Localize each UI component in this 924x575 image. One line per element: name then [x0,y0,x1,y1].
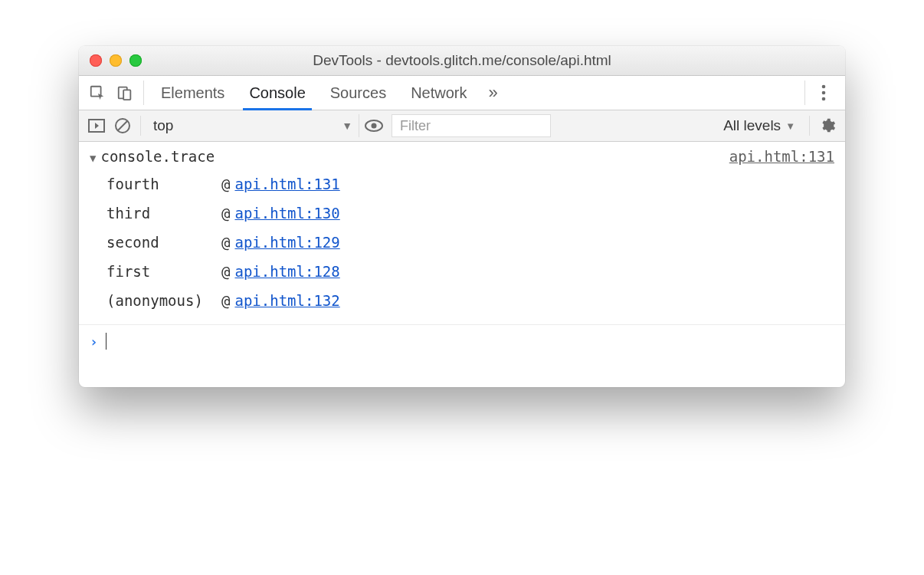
chevron-double-right-icon: » [488,83,497,103]
execution-context-select[interactable]: top ▼ [147,114,359,137]
tab-label: Elements [161,84,224,102]
devtools-tabstrip: Elements Console Sources Network » [79,76,845,110]
log-header[interactable]: ▼ console.trace api.html:131 [90,148,834,165]
divider [804,80,805,105]
stack-frame: second @ api.html:129 [106,228,834,257]
stack-fn-name: second [106,228,221,257]
svg-point-4 [822,91,826,95]
stack-source-link[interactable]: api.html:132 [234,286,339,315]
log-levels-select[interactable]: All levels ▼ [716,117,803,134]
stack-source-link[interactable]: api.html:130 [234,199,339,228]
minimize-window-button[interactable] [110,54,122,67]
text-cursor [106,333,106,350]
tab-network[interactable]: Network [398,76,479,110]
disclosure-triangle-icon[interactable]: ▼ [90,152,96,164]
chevron-down-icon: ▼ [785,120,795,132]
window-title: DevTools - devtools.glitch.me/console/ap… [79,52,845,69]
stack-source-link[interactable]: api.html:131 [234,169,339,199]
filter-box[interactable] [392,114,551,137]
devtools-window: DevTools - devtools.glitch.me/console/ap… [79,46,845,387]
clear-console-icon[interactable] [111,114,134,137]
at-symbol: @ [221,257,230,286]
at-symbol: @ [221,286,230,315]
stack-frame: first @ api.html:128 [106,257,834,286]
tab-sources[interactable]: Sources [318,76,398,110]
stack-fn-name: (anonymous) [106,286,221,315]
tab-console[interactable]: Console [237,76,317,110]
at-symbol: @ [221,228,230,257]
tab-label: Console [249,84,305,102]
svg-point-10 [372,123,377,129]
close-window-button[interactable] [90,54,102,67]
stack-fn-name: fourth [106,169,221,199]
stack-source-link[interactable]: api.html:128 [234,257,339,286]
console-trace-entry: ▼ console.trace api.html:131 fourth @ ap… [79,142,845,325]
prompt-caret-icon: › [90,334,98,350]
filter-input[interactable] [398,117,544,135]
toggle-sidebar-icon[interactable] [85,114,108,137]
stack-fn-name: third [106,199,221,228]
stack-frame: (anonymous) @ api.html:132 [106,286,834,315]
tab-label: Network [411,84,467,102]
more-tabs-button[interactable]: » [480,76,507,110]
titlebar: DevTools - devtools.glitch.me/console/ap… [79,46,845,76]
stack-trace: fourth @ api.html:131 third @ api.html:1… [106,169,834,315]
divider [143,80,144,105]
inspect-element-icon[interactable] [84,76,111,110]
stack-frame: fourth @ api.html:131 [106,169,834,199]
live-expression-icon[interactable] [362,114,385,137]
divider [140,116,141,136]
stack-fn-name: first [106,257,221,286]
stack-frame: third @ api.html:130 [106,199,834,228]
console-toolbar: top ▼ All levels ▼ [79,110,845,142]
traffic-lights [79,54,142,67]
svg-line-8 [118,121,127,130]
log-origin-link[interactable]: api.html:131 [729,148,834,165]
console-body: ▼ console.trace api.html:131 fourth @ ap… [79,142,845,387]
divider [809,116,810,136]
zoom-window-button[interactable] [129,54,142,67]
device-toolbar-icon[interactable] [111,76,139,110]
console-prompt[interactable]: › [79,325,845,357]
tab-label: Sources [330,84,386,102]
spacer [507,76,801,110]
svg-point-5 [822,97,826,101]
stack-source-link[interactable]: api.html:129 [234,228,339,257]
svg-rect-2 [123,90,130,100]
at-symbol: @ [221,199,230,228]
tab-elements[interactable]: Elements [149,76,237,110]
levels-label: All levels [723,117,781,134]
context-label: top [153,117,173,134]
console-settings-icon[interactable] [816,114,839,137]
log-title: console.trace [100,148,215,165]
svg-point-3 [822,85,826,89]
devtools-menu-button[interactable] [810,76,837,110]
at-symbol: @ [221,169,230,199]
chevron-down-icon: ▼ [342,120,352,132]
